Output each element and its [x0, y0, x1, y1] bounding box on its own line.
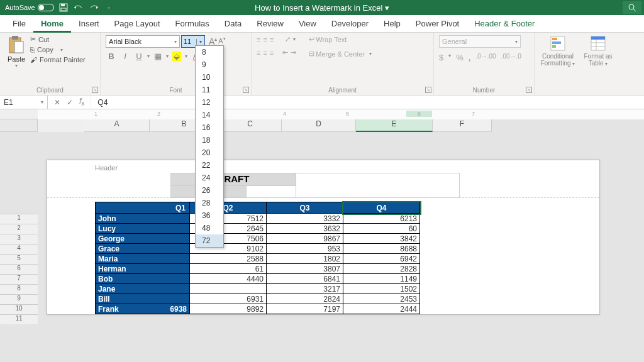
col-header-c[interactable]: C — [219, 119, 282, 132]
col-header-d[interactable]: D — [282, 119, 356, 132]
header-center-box[interactable]: DRAFT — [170, 173, 296, 198]
row-header[interactable]: 7 — [0, 274, 38, 284]
alignment-dialog-launcher[interactable]: ↘ — [425, 87, 431, 93]
fx-icon[interactable]: fx — [79, 97, 84, 107]
size-option[interactable]: 11 — [196, 84, 223, 96]
tab-view[interactable]: View — [291, 15, 324, 33]
format-as-table-button[interactable]: Format as Table ▾ — [580, 35, 616, 67]
size-option[interactable]: 22 — [196, 159, 223, 172]
percent-format-icon[interactable]: % — [456, 53, 464, 62]
row-header[interactable]: 10 — [0, 304, 38, 314]
italic-button[interactable]: I — [119, 52, 131, 61]
header-section[interactable]: Header DRAFT — [47, 160, 599, 198]
align-right-icon[interactable]: ≡ — [270, 49, 274, 57]
row-header[interactable]: 4 — [0, 244, 38, 254]
conditional-formatting-button[interactable]: Conditional Formatting ▾ — [540, 35, 576, 67]
tab-help[interactable]: Help — [376, 15, 408, 33]
increase-indent-icon[interactable]: ⇥ — [291, 48, 296, 57]
col-q1[interactable]: Q1 — [96, 202, 190, 214]
tab-data[interactable]: Data — [217, 15, 249, 33]
col-header-a[interactable]: A — [84, 119, 150, 132]
row-header[interactable]: 6 — [0, 264, 38, 274]
row-header[interactable]: 2 — [0, 224, 38, 234]
search-button[interactable] — [623, 1, 641, 14]
wrap-text-button[interactable]: ↩Wrap Text — [309, 35, 372, 43]
size-option[interactable]: 10 — [196, 71, 223, 84]
number-group-label: Number — [434, 87, 534, 94]
select-all-corner[interactable] — [0, 119, 38, 132]
row-header[interactable]: 8 — [0, 284, 38, 294]
tab-header-footer[interactable]: Header & Footer — [467, 15, 542, 33]
tab-review[interactable]: Review — [249, 15, 291, 33]
col-q4[interactable]: Q4 — [343, 202, 420, 214]
tab-page-layout[interactable]: Page Layout — [107, 15, 168, 33]
size-option[interactable]: 14 — [196, 109, 223, 121]
merge-center-button[interactable]: ⊟Merge & Center ▾ — [309, 50, 372, 58]
size-option[interactable]: 28 — [196, 197, 223, 209]
copy-button[interactable]: ⎘Copy ▾ — [30, 46, 86, 53]
formula-input[interactable]: Q4 — [91, 98, 108, 107]
borders-button[interactable]: ▦ — [152, 52, 164, 61]
cut-button[interactable]: ✂Cut — [30, 35, 86, 43]
size-option[interactable]: 48 — [196, 222, 223, 234]
header-right-box[interactable] — [296, 173, 460, 198]
row-header[interactable]: 3 — [0, 234, 38, 244]
align-middle-icon[interactable]: ≡ — [263, 36, 267, 43]
undo-icon[interactable] — [73, 2, 84, 13]
col-header-e[interactable]: E — [356, 119, 433, 132]
font-dialog-launcher[interactable]: ↘ — [243, 87, 249, 93]
size-option[interactable]: 8 — [196, 46, 223, 58]
tab-power-pivot[interactable]: Power Pivot — [408, 15, 467, 33]
tab-file[interactable]: File — [5, 15, 33, 33]
size-option[interactable]: 16 — [196, 121, 223, 134]
name-box[interactable]: E1▾ — [0, 96, 48, 109]
cancel-formula-icon[interactable]: ✕ — [54, 98, 60, 107]
size-option[interactable]: 12 — [196, 96, 223, 109]
increase-decimal-icon[interactable]: .0→.00 — [475, 53, 496, 62]
painter-label: Format Painter — [40, 56, 86, 63]
enter-formula-icon[interactable]: ✓ — [67, 98, 73, 107]
col-q3[interactable]: Q3 — [267, 202, 343, 214]
tab-developer[interactable]: Developer — [324, 15, 376, 33]
format-painter-button[interactable]: 🖌Format Painter — [30, 56, 86, 63]
size-option[interactable]: 20 — [196, 146, 223, 159]
row-header[interactable]: 5 — [0, 254, 38, 264]
row-header[interactable]: 9 — [0, 294, 38, 304]
size-option[interactable]: 72 — [196, 234, 223, 247]
row-header[interactable]: 1 — [0, 214, 38, 224]
size-option[interactable]: 9 — [196, 58, 223, 71]
size-option[interactable]: 26 — [196, 184, 223, 197]
size-option[interactable]: 24 — [196, 172, 223, 184]
accounting-format-icon[interactable]: $ — [439, 53, 443, 62]
save-icon[interactable] — [58, 2, 69, 13]
clipboard-dialog-launcher[interactable]: ↘ — [92, 87, 98, 93]
paste-button[interactable]: Paste ▾ — [5, 35, 28, 69]
font-size-dropdown[interactable]: 8 9 10 11 12 14 16 18 20 22 24 26 28 36 … — [195, 45, 224, 248]
decrease-decimal-icon[interactable]: .00→.0 — [501, 53, 521, 62]
size-option[interactable]: 36 — [196, 209, 223, 222]
align-center-icon[interactable]: ≡ — [263, 49, 267, 57]
underline-button[interactable]: U — [133, 52, 145, 61]
orientation-icon[interactable]: ⤢ — [285, 35, 291, 43]
col-header-f[interactable]: F — [433, 119, 492, 132]
redo-icon[interactable] — [88, 2, 99, 13]
tab-insert[interactable]: Insert — [71, 15, 107, 33]
number-dialog-launcher[interactable]: ↘ — [526, 87, 532, 93]
header-label: Header — [95, 164, 552, 172]
number-format-combo[interactable]: General▾ — [439, 35, 521, 48]
table-row: George750698673842 — [96, 234, 420, 244]
qat-more-icon[interactable]: ▾ — [103, 2, 114, 13]
tab-formulas[interactable]: Formulas — [168, 15, 217, 33]
align-bottom-icon[interactable]: ≡ — [270, 36, 274, 43]
row-header[interactable]: 11 — [0, 314, 38, 324]
decrease-indent-icon[interactable]: ⇤ — [282, 48, 288, 57]
autosave-toggle[interactable]: AutoSave — [5, 4, 54, 11]
bold-button[interactable]: B — [106, 52, 117, 61]
align-left-icon[interactable]: ≡ — [257, 49, 260, 57]
tab-home[interactable]: Home — [33, 15, 71, 33]
align-top-icon[interactable]: ≡ — [257, 36, 260, 43]
comma-format-icon[interactable]: , — [469, 53, 471, 62]
fill-color-button[interactable]: ⬙ — [171, 52, 182, 61]
font-name-combo[interactable]: Arial Black▾ — [106, 35, 180, 48]
size-option[interactable]: 18 — [196, 134, 223, 146]
